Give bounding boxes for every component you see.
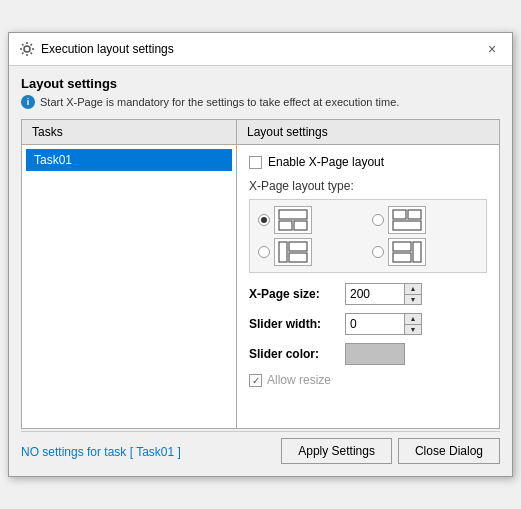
info-icon: i [21,95,35,109]
xpage-size-row: X-Page size: ▲ ▼ [249,283,487,305]
layout-option-3[interactable] [258,238,364,266]
tasks-panel-header: Tasks [22,120,236,145]
slider-color-row: Slider color: [249,343,487,365]
title-bar-left: Execution layout settings [19,41,174,57]
layout-icon-2 [388,206,426,234]
layout-icon-1 [274,206,312,234]
title-bar: Execution layout settings × [9,33,512,66]
enable-row: Enable X-Page layout [249,155,487,169]
dialog-title: Execution layout settings [41,42,174,56]
radio-4[interactable] [372,246,384,258]
slider-width-up[interactable]: ▲ [405,314,421,325]
svg-rect-10 [393,242,411,251]
layout-panel-header: Layout settings [237,120,499,145]
allow-resize-row: ✓ Allow resize [249,373,487,387]
radio-2[interactable] [372,214,384,226]
xpage-size-arrows: ▲ ▼ [405,283,422,305]
slider-color-swatch[interactable] [345,343,405,365]
radio-1[interactable] [258,214,270,226]
tasks-panel: Tasks Task01 [22,120,237,428]
slider-width-label: Slider width: [249,317,339,331]
info-text: Start X-Page is mandatory for the settin… [40,96,399,108]
apply-button[interactable]: Apply Settings [281,438,392,464]
status-text: NO settings for task [ Task01 ] [21,439,181,463]
xpage-size-label: X-Page size: [249,287,339,301]
close-dialog-button[interactable]: Close Dialog [398,438,500,464]
svg-rect-1 [279,210,307,219]
close-button[interactable]: × [482,39,502,59]
allow-resize-label: Allow resize [267,373,331,387]
enable-checkbox[interactable] [249,156,262,169]
task-item[interactable]: Task01 [26,149,232,171]
svg-rect-8 [289,242,307,251]
svg-rect-9 [289,253,307,262]
tasks-list: Task01 [22,145,236,428]
button-group: Apply Settings Close Dialog [281,438,500,464]
info-row: i Start X-Page is mandatory for the sett… [21,95,500,109]
layout-option-4[interactable] [372,238,478,266]
layout-panel: Layout settings Enable X-Page layout X-P… [237,120,499,428]
enable-label: Enable X-Page layout [268,155,384,169]
svg-rect-2 [279,221,292,230]
allow-resize-checkbox[interactable]: ✓ [249,374,262,387]
svg-rect-11 [393,253,411,262]
layout-type-label: X-Page layout type: [249,179,487,193]
xpage-size-input[interactable] [345,283,405,305]
layout-option-1[interactable] [258,206,364,234]
layout-content: Enable X-Page layout X-Page layout type: [237,145,499,428]
layout-icon-4 [388,238,426,266]
svg-point-0 [24,46,30,52]
dialog: Execution layout settings × Layout setti… [8,32,513,477]
settings-icon [19,41,35,57]
radio-grid [258,206,478,266]
layout-icon-3 [274,238,312,266]
svg-rect-6 [393,221,421,230]
slider-width-spinner: ▲ ▼ [345,313,422,335]
slider-color-label: Slider color: [249,347,339,361]
slider-width-arrows: ▲ ▼ [405,313,422,335]
layout-type-box [249,199,487,273]
layout-option-2[interactable] [372,206,478,234]
slider-width-down[interactable]: ▼ [405,325,421,335]
xpage-size-up[interactable]: ▲ [405,284,421,295]
bottom-bar: NO settings for task [ Task01 ] Apply Se… [21,431,500,468]
radio-3[interactable] [258,246,270,258]
svg-rect-4 [393,210,406,219]
svg-rect-5 [408,210,421,219]
xpage-size-down[interactable]: ▼ [405,295,421,305]
slider-width-row: Slider width: ▲ ▼ [249,313,487,335]
slider-width-input[interactable] [345,313,405,335]
dialog-body: Layout settings i Start X-Page is mandat… [9,66,512,476]
panels-container: Tasks Task01 Layout settings Enable X-Pa… [21,119,500,429]
svg-rect-3 [294,221,307,230]
xpage-size-spinner: ▲ ▼ [345,283,422,305]
svg-rect-12 [413,242,421,262]
svg-rect-7 [279,242,287,262]
page-title: Layout settings [21,76,500,91]
